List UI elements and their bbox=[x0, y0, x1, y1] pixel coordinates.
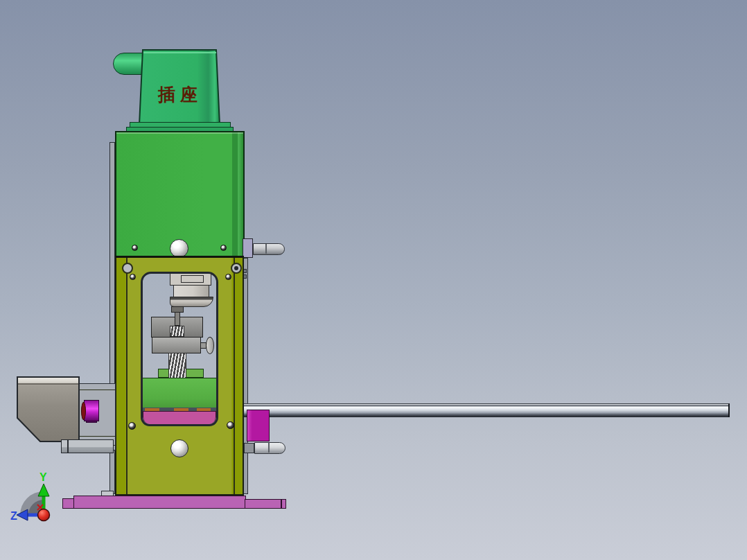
ejector-block[interactable] bbox=[247, 410, 270, 441]
frame-ring-hole-left bbox=[122, 263, 133, 274]
axis-y-arrow bbox=[38, 484, 49, 496]
press-pin bbox=[175, 312, 180, 326]
panel-line bbox=[79, 390, 115, 390]
body-screw-left bbox=[132, 245, 138, 251]
hopper-engraved-label: 插座 bbox=[142, 85, 218, 107]
frame-screw-br bbox=[227, 421, 234, 429]
orientation-triad[interactable]: Y Z bbox=[6, 460, 82, 536]
pin-groove bbox=[265, 244, 267, 254]
frame-window bbox=[141, 272, 218, 426]
piston-mid[interactable] bbox=[173, 285, 209, 297]
big-spring bbox=[168, 353, 186, 378]
lower-die-block[interactable] bbox=[152, 337, 201, 353]
upper-knob-sphere[interactable] bbox=[170, 239, 188, 258]
motor-bracket bbox=[61, 439, 114, 453]
axis-z-label: Z bbox=[10, 510, 17, 522]
base-plate-right[interactable] bbox=[245, 499, 286, 509]
frame-screw-tr bbox=[225, 274, 231, 280]
lower-pin[interactable] bbox=[254, 442, 285, 454]
panel-line bbox=[79, 436, 115, 437]
slide-block[interactable] bbox=[143, 411, 216, 424]
lower-knob-sphere[interactable] bbox=[170, 439, 188, 457]
base-plate-main[interactable] bbox=[73, 496, 246, 509]
ring-hole-center bbox=[234, 266, 238, 270]
side-knob[interactable] bbox=[206, 337, 214, 354]
pin-mount-block bbox=[243, 238, 253, 258]
frame-edge-line-right bbox=[234, 258, 235, 494]
frame-edge-line-left bbox=[126, 258, 128, 494]
piston-inset bbox=[181, 275, 204, 283]
pin-groove bbox=[268, 443, 270, 453]
piston-flange[interactable] bbox=[170, 297, 213, 307]
upper-pin[interactable] bbox=[253, 243, 285, 255]
body-screw-right bbox=[220, 245, 227, 251]
motor-shaft-cap bbox=[81, 402, 86, 420]
small-spring bbox=[170, 326, 184, 337]
guide-rod[interactable] bbox=[244, 403, 730, 417]
piston-top[interactable] bbox=[170, 274, 211, 286]
origin-sphere[interactable] bbox=[38, 509, 50, 521]
cad-viewport: 插座 bbox=[0, 0, 747, 560]
axis-y-label: Y bbox=[39, 471, 47, 483]
base-end-line bbox=[281, 500, 282, 508]
lower-pin-mount bbox=[244, 443, 254, 453]
feed-block[interactable] bbox=[143, 378, 216, 408]
frame-screw-tl bbox=[130, 274, 136, 280]
bracket-cap-line bbox=[67, 440, 69, 453]
motor-roller[interactable] bbox=[84, 400, 99, 421]
frame-ring-hole-right bbox=[231, 263, 242, 274]
motor-housing[interactable] bbox=[17, 376, 80, 443]
frame-screw-bl bbox=[128, 422, 136, 430]
